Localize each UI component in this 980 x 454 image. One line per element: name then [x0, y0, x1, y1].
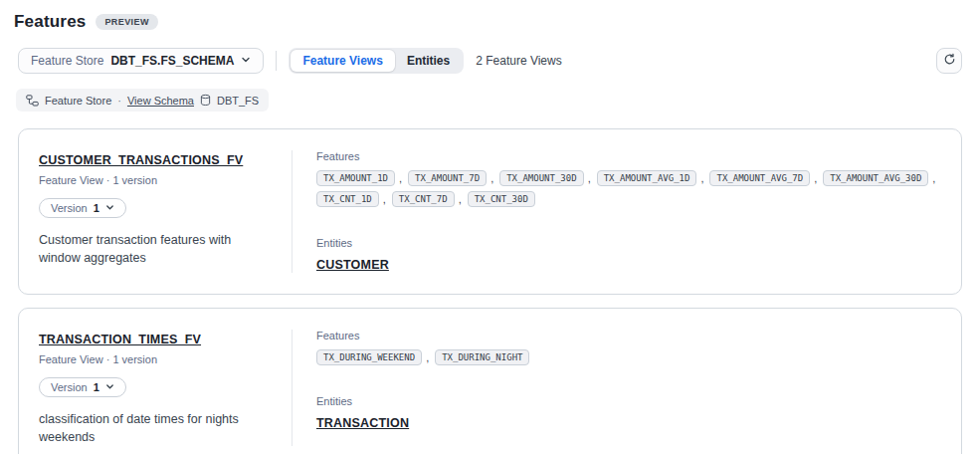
entities-section-label: Entities: [316, 237, 941, 249]
chip-separator: ,: [700, 172, 703, 184]
breadcrumb-separator: ·: [117, 95, 121, 107]
chip-separator: ,: [383, 193, 386, 205]
feature-view-meta: Feature View · 1 version: [39, 174, 276, 186]
feature-view-card: TRANSACTION_TIMES_FV Feature View · 1 ve…: [18, 308, 962, 454]
schema-icon: [26, 95, 39, 107]
breadcrumb: Feature Store · View Schema DBT_FS: [16, 89, 269, 112]
feature-chip: TX_AMOUNT_AVG_7D: [709, 170, 810, 186]
features-section-label: Features: [316, 330, 941, 341]
feature-chip: TX_AMOUNT_AVG_1D: [597, 170, 697, 186]
version-label: Version: [51, 381, 88, 393]
page-header: Features PREVIEW: [14, 12, 962, 32]
card-summary: TRANSACTION_TIMES_FV Feature View · 1 ve…: [39, 330, 292, 446]
feature-chip: TX_CNT_1D: [316, 191, 379, 207]
chip-separator: ,: [814, 172, 817, 184]
entity-link[interactable]: TRANSACTION: [316, 416, 409, 430]
feature-chip: TX_AMOUNT_7D: [408, 170, 487, 186]
feature-chip: TX_DURING_NIGHT: [435, 349, 529, 365]
feature-view-card: CUSTOMER_TRANSACTIONS_FV Feature View · …: [18, 128, 962, 295]
page-title: Features: [14, 12, 86, 32]
feature-chip-list: TX_AMOUNT_1D,TX_AMOUNT_7D,TX_AMOUNT_30D,…: [316, 170, 941, 207]
feature-view-title-link[interactable]: CUSTOMER_TRANSACTIONS_FV: [39, 153, 243, 167]
chip-separator: ,: [426, 351, 429, 363]
feature-chip: TX_CNT_30D: [468, 191, 535, 207]
feature-chip: TX_AMOUNT_1D: [316, 170, 395, 186]
view-segmented-control: Feature Views Entities: [289, 48, 464, 74]
version-dropdown[interactable]: Version 1: [39, 377, 126, 397]
breadcrumb-root: Feature Store: [45, 95, 111, 107]
breadcrumb-database: DBT_FS: [217, 95, 259, 107]
chip-separator: ,: [588, 172, 591, 184]
refresh-button[interactable]: [936, 48, 962, 74]
toolbar-divider: [276, 51, 277, 71]
card-summary: CUSTOMER_TRANSACTIONS_FV Feature View · …: [39, 150, 292, 273]
feature-store-label: Feature Store: [31, 54, 103, 68]
tab-feature-views[interactable]: Feature Views: [291, 50, 394, 72]
feature-view-description: classification of date times for nights …: [39, 411, 276, 446]
version-label: Version: [51, 202, 88, 214]
version-value: 1: [94, 202, 99, 214]
preview-badge: PREVIEW: [96, 14, 157, 30]
feature-chip: TX_AMOUNT_AVG_30D: [823, 170, 928, 186]
feature-view-list: CUSTOMER_TRANSACTIONS_FV Feature View · …: [18, 128, 962, 454]
feature-chip-list: TX_DURING_WEEKEND,TX_DURING_NIGHT: [316, 349, 941, 365]
chip-separator: ,: [399, 172, 402, 184]
version-value: 1: [94, 381, 99, 393]
feature-views-count: 2 Feature Views: [476, 54, 562, 68]
entities-section: Entities TRANSACTION: [316, 395, 941, 431]
tab-entities[interactable]: Entities: [395, 50, 462, 72]
card-detail: Features TX_AMOUNT_1D,TX_AMOUNT_7D,TX_AM…: [293, 150, 941, 273]
feature-chip: TX_CNT_7D: [392, 191, 455, 207]
feature-store-dropdown[interactable]: Feature Store DBT_FS.FS_SCHEMA: [18, 48, 264, 74]
chip-separator: ,: [932, 172, 935, 184]
chip-separator: ,: [490, 172, 493, 184]
feature-chip: TX_DURING_WEEKEND: [316, 349, 422, 365]
toolbar: Feature Store DBT_FS.FS_SCHEMA Feature V…: [18, 48, 962, 74]
version-dropdown[interactable]: Version 1: [39, 198, 126, 218]
features-page: Features PREVIEW Feature Store DBT_FS.FS…: [0, 0, 980, 454]
features-section-label: Features: [316, 150, 941, 162]
entity-link[interactable]: CUSTOMER: [316, 258, 389, 272]
refresh-icon: [943, 52, 956, 70]
chevron-down-icon: [105, 202, 114, 214]
entities-section: Entities CUSTOMER: [316, 237, 941, 273]
database-icon: [200, 94, 211, 107]
feature-view-title-link[interactable]: TRANSACTION_TIMES_FV: [39, 333, 201, 346]
card-detail: Features TX_DURING_WEEKEND,TX_DURING_NIG…: [293, 330, 941, 446]
view-schema-link[interactable]: View Schema: [127, 95, 194, 107]
feature-chip: TX_AMOUNT_30D: [499, 170, 583, 186]
chevron-down-icon: [241, 54, 251, 68]
chevron-down-icon: [105, 381, 114, 393]
chip-separator: ,: [459, 193, 462, 205]
feature-view-description: Customer transaction features with windo…: [39, 232, 276, 267]
feature-store-value: DBT_FS.FS_SCHEMA: [110, 54, 234, 68]
entities-section-label: Entities: [316, 395, 941, 407]
feature-view-meta: Feature View · 1 version: [39, 353, 276, 365]
